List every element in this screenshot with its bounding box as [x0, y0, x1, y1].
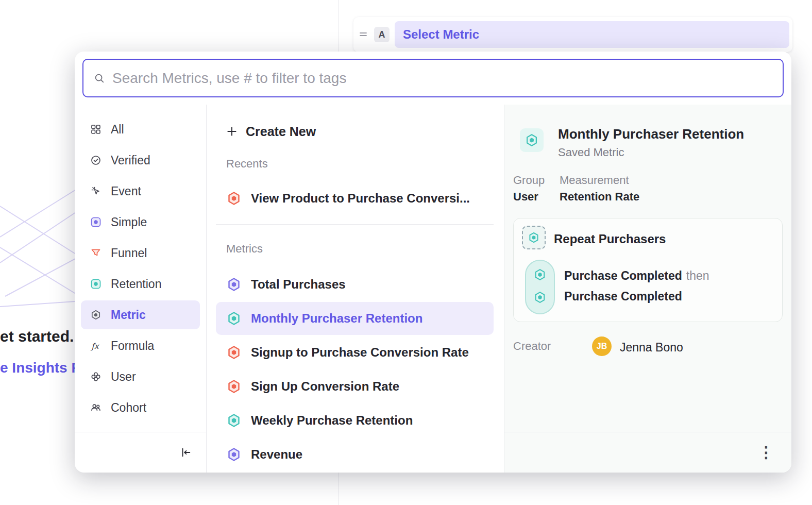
metric-item-label: Monthly Purchaser Retention	[251, 311, 422, 326]
sidebar-item-metric[interactable]: Metric	[81, 300, 200, 329]
more-options-button[interactable]	[758, 445, 774, 460]
search-input[interactable]	[112, 70, 772, 87]
retention-definition-icon	[522, 226, 546, 249]
purple-hexagon-icon	[226, 277, 242, 292]
filter-sidebar: All Verified Event Simple	[75, 105, 207, 473]
funnel-icon	[90, 247, 102, 259]
teal-hexagon-icon	[528, 231, 540, 244]
group-label: Group	[513, 174, 545, 187]
create-new-label: Create New	[246, 124, 316, 139]
sidebar-item-label: Formula	[111, 339, 154, 353]
sidebar-item-label: Funnel	[111, 246, 147, 260]
sidebar-item-label: Cohort	[111, 401, 146, 415]
verified-check-icon	[90, 155, 102, 166]
metric-list-column: Create New Recents View Product to Purch…	[207, 105, 504, 473]
retention-step-1: Purchase Completedthen	[564, 269, 709, 283]
red-hexagon-icon	[226, 345, 242, 360]
step-event-name: Purchase Completed	[564, 269, 682, 282]
sidebar-item-verified[interactable]: Verified	[81, 146, 200, 175]
sidebar-item-cohort[interactable]: Cohort	[81, 393, 200, 422]
retention-icon	[90, 278, 102, 290]
metric-item-label: Revenue	[251, 447, 302, 462]
preview-metric-icon-tile	[520, 128, 544, 152]
event-cursor-icon	[90, 186, 102, 197]
sidebar-item-label: All	[111, 123, 124, 137]
drag-handle-icon[interactable]	[358, 29, 369, 40]
sidebar-item-retention[interactable]: Retention	[81, 270, 200, 298]
sidebar-item-label: Retention	[111, 277, 161, 291]
sidebar-item-label: Simple	[111, 215, 147, 229]
red-hexagon-icon	[226, 379, 242, 394]
measurement-label: Measurement	[560, 174, 629, 187]
definition-card-title: Repeat Purchasers	[554, 232, 666, 246]
formula-fx-icon: ƒx	[90, 340, 102, 351]
metric-item-total-purchases[interactable]: Total Purchases	[216, 268, 494, 301]
background-heading-text: et started.	[0, 328, 74, 345]
sidebar-item-simple[interactable]: Simple	[81, 208, 200, 237]
list-divider	[216, 224, 494, 225]
metric-item-label: Weekly Purchase Retention	[251, 413, 413, 428]
metric-item-label: View Product to Purchase Conversi...	[251, 191, 470, 206]
measurement-value: Retention Rate	[560, 190, 639, 204]
sidebar-item-all[interactable]: All	[81, 115, 200, 144]
step-connector: then	[686, 269, 709, 282]
teal-hexagon-icon	[226, 413, 242, 428]
saved-metric-definition-card: Repeat Purchasers Purchase Completedthen…	[513, 218, 783, 322]
collapse-sidebar-icon[interactable]	[180, 447, 192, 458]
preview-title: Monthly Purchaser Retention	[558, 126, 744, 142]
sidebar-item-label: Metric	[111, 308, 146, 322]
metric-item-label: Signup to Purchase Conversion Rate	[251, 345, 469, 360]
sidebar-item-label: User	[111, 370, 136, 384]
creator-label: Creator	[513, 340, 551, 353]
metric-item-signup-to-purchase-conversion[interactable]: Signup to Purchase Conversion Rate	[216, 336, 494, 369]
creator-avatar: JB	[592, 336, 612, 356]
teal-hexagon-icon	[533, 268, 547, 281]
sidebar-item-label: Event	[111, 184, 141, 198]
sidebar-item-user[interactable]: User	[81, 362, 200, 391]
step-event-name: Purchase Completed	[564, 290, 682, 303]
purple-hexagon-icon	[226, 447, 242, 462]
user-flower-icon	[90, 371, 102, 382]
teal-hexagon-icon	[533, 291, 547, 304]
sidebar-item-label: Verified	[111, 154, 150, 167]
modal-content: All Verified Event Simple	[75, 105, 791, 473]
metric-toolbar: A Select Metric	[353, 17, 792, 52]
metric-item-monthly-purchaser-retention[interactable]: Monthly Purchaser Retention	[216, 302, 494, 335]
sidebar-item-funnel[interactable]: Funnel	[81, 239, 200, 267]
grid-icon	[90, 124, 102, 135]
metric-item-label: Sign Up Conversion Rate	[251, 379, 399, 394]
teal-hexagon-icon	[226, 311, 242, 326]
select-metric-button[interactable]: Select Metric	[395, 21, 789, 48]
funnel-hexagon-icon	[226, 191, 242, 206]
recent-metric-item[interactable]: View Product to Purchase Conversi...	[216, 182, 494, 215]
recents-section-label: Recents	[226, 157, 504, 171]
metric-picker-modal: All Verified Event Simple	[75, 52, 791, 473]
metric-item-label: Total Purchases	[251, 277, 346, 292]
metric-item-revenue[interactable]: Revenue	[216, 438, 494, 471]
creator-name: Jenna Bono	[620, 341, 683, 355]
retention-step-2: Purchase Completed	[564, 290, 682, 304]
select-metric-label: Select Metric	[403, 27, 479, 42]
metric-item-signup-conversion-rate[interactable]: Sign Up Conversion Rate	[216, 370, 494, 403]
preview-subtitle: Saved Metric	[558, 146, 624, 159]
sidebar-item-formula[interactable]: ƒx Formula	[81, 331, 200, 360]
simple-metric-icon	[90, 216, 102, 228]
series-a-badge: A	[374, 27, 390, 42]
cohort-people-icon	[90, 402, 102, 413]
create-new-button[interactable]: Create New	[207, 118, 504, 145]
group-value: User	[513, 190, 538, 204]
search-box[interactable]	[82, 59, 784, 97]
plus-icon	[226, 126, 238, 137]
retention-steps-capsule	[525, 260, 555, 314]
metrics-section-label: Metrics	[226, 242, 504, 256]
sidebar-footer	[75, 432, 206, 473]
svg-text:ƒx: ƒx	[91, 342, 100, 351]
metric-preview-panel: Monthly Purchaser Retention Saved Metric…	[504, 105, 791, 473]
metric-hexagon-icon	[90, 309, 102, 321]
sidebar-item-event[interactable]: Event	[81, 177, 200, 206]
search-icon	[94, 73, 105, 84]
preview-footer	[504, 432, 791, 473]
metric-item-weekly-purchase-retention[interactable]: Weekly Purchase Retention	[216, 404, 494, 437]
teal-hexagon-icon	[525, 133, 539, 147]
